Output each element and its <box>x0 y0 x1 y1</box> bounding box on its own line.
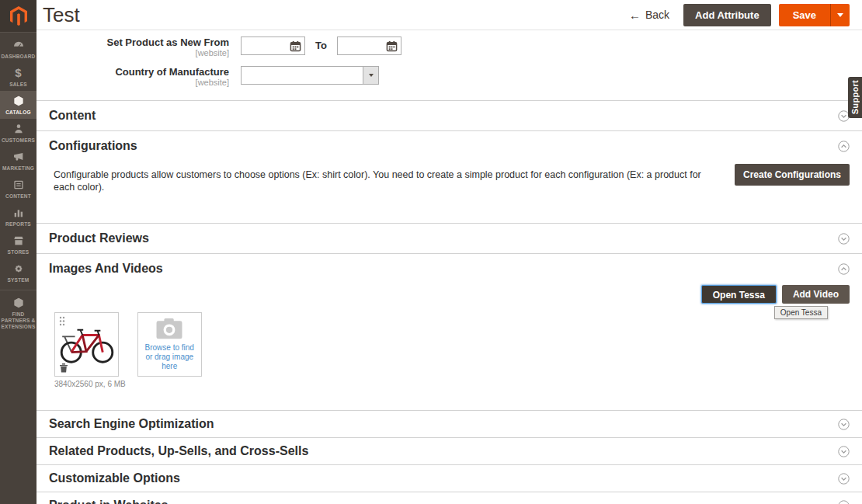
sidebar-item-system[interactable]: SYSTEM <box>0 259 36 287</box>
sidebar-item-label: SALES <box>9 82 27 88</box>
select-arrow-button[interactable] <box>363 67 378 84</box>
chevron-down-circle-icon[interactable] <box>838 500 850 504</box>
sidebar-item-catalog[interactable]: CATALOG <box>0 91 36 119</box>
save-button[interactable]: Save <box>779 4 830 26</box>
sidebar-item-find-partners[interactable]: FIND PARTNERS & EXTENSIONS <box>0 290 36 333</box>
camera-icon <box>153 318 186 340</box>
sidebar-item-label: CUSTOMERS <box>2 137 35 144</box>
section-product-in-websites: Product in Websites <box>36 492 862 504</box>
section-product-reviews-header[interactable]: Product Reviews <box>36 224 862 253</box>
section-websites-header[interactable]: Product in Websites <box>36 492 862 504</box>
customers-icon <box>12 123 25 135</box>
section-title: Content <box>49 109 96 123</box>
save-split-button: Save <box>779 4 850 26</box>
field-label-block: Set Product as New From [website] <box>36 36 241 58</box>
section-customizable-header[interactable]: Customizable Options <box>36 465 862 492</box>
product-image-card[interactable] <box>54 312 119 377</box>
chevron-down-circle-icon[interactable] <box>838 446 850 457</box>
chevron-down-circle-icon[interactable] <box>838 233 850 245</box>
drag-handle-icon[interactable] <box>59 316 65 326</box>
form-row-set-new-from: Set Product as New From [website] To <box>36 36 850 58</box>
section-content-header[interactable]: Content <box>36 101 862 130</box>
image-size-caption: 3840x2560 px, 6 MB <box>54 380 126 388</box>
content-icon <box>12 179 25 191</box>
media-buttons: Open Tessa Add Video <box>54 285 850 304</box>
section-configurations-header[interactable]: Configurations <box>36 131 862 161</box>
images-body: Open Tessa Add Video Open Tessa <box>36 283 862 410</box>
section-images-and-videos: Images And Videos Open Tessa Add Video O… <box>36 253 862 410</box>
sidebar-item-content[interactable]: CONTENT <box>0 175 36 203</box>
to-label: To <box>315 36 327 55</box>
sidebar-item-label: CONTENT <box>5 193 31 200</box>
section-title: Configurations <box>49 139 137 153</box>
back-button[interactable]: ← Back <box>629 9 669 21</box>
sidebar-item-customers[interactable]: CUSTOMERS <box>0 119 36 147</box>
chevron-down-icon <box>837 13 843 17</box>
field-label-block: Country of Manufacture [website] <box>36 66 241 88</box>
image-card-wrapper: 3840x2560 px, 6 MB <box>54 312 126 388</box>
sidebar-item-label: CATALOG <box>5 109 31 116</box>
section-images-header[interactable]: Images And Videos <box>36 254 862 283</box>
support-tab[interactable]: Support <box>848 77 862 118</box>
country-label: Country of Manufacture <box>36 66 229 78</box>
product-form: Set Product as New From [website] To <box>36 30 862 100</box>
set-new-from-date-input[interactable] <box>241 36 305 55</box>
section-product-reviews: Product Reviews <box>36 223 862 253</box>
delete-image-icon[interactable] <box>59 363 68 373</box>
page-title: Test <box>43 5 629 25</box>
sidebar-item-label: STORES <box>8 249 30 255</box>
main-content: Test ← Back Add Attribute Save Set Produ… <box>36 0 862 504</box>
support-tab-label: Support <box>850 80 860 114</box>
configurations-body: Configurable products allow customers to… <box>36 161 862 223</box>
marketing-icon <box>12 151 25 163</box>
sidebar-item-label: SYSTEM <box>8 277 30 283</box>
set-new-from-scope: [website] <box>36 48 229 58</box>
form-row-country: Country of Manufacture [website] <box>36 66 850 88</box>
image-cards-row: 3840x2560 px, 6 MB Browse to find or dra… <box>54 312 850 388</box>
dashboard-icon <box>12 39 25 51</box>
catalog-icon <box>12 95 25 107</box>
section-configurations: Configurations Configurable products all… <box>36 130 862 223</box>
section-title: Product in Websites <box>49 499 169 504</box>
stores-icon <box>12 235 25 247</box>
sidebar-item-dashboard[interactable]: DASHBOARD <box>0 35 36 63</box>
section-seo-header[interactable]: Search Engine Optimization <box>36 411 862 437</box>
reports-icon <box>12 207 25 219</box>
create-configurations-button[interactable]: Create Configurations <box>735 164 850 186</box>
sidebar-item-label: FIND PARTNERS & EXTENSIONS <box>1 311 36 330</box>
sidebar-item-stores[interactable]: STORES <box>0 231 36 259</box>
country-scope: [website] <box>36 78 229 88</box>
sidebar-item-label: DASHBOARD <box>1 54 35 60</box>
chevron-down-circle-icon[interactable] <box>838 419 850 430</box>
product-bike-image <box>60 324 114 366</box>
sidebar-item-label: REPORTS <box>5 221 31 228</box>
section-seo: Search Engine Optimization <box>36 410 862 437</box>
system-icon <box>12 262 25 275</box>
section-title: Customizable Options <box>49 471 180 485</box>
add-attribute-button[interactable]: Add Attribute <box>683 4 771 26</box>
chevron-up-circle-icon[interactable] <box>838 263 850 275</box>
section-title: Product Reviews <box>49 231 149 245</box>
image-upload-dropzone[interactable]: Browse to find or drag image here <box>137 312 202 377</box>
save-dropdown-toggle[interactable] <box>830 4 850 26</box>
magento-logo[interactable] <box>0 0 36 33</box>
set-new-from-label: Set Product as New From <box>36 36 229 48</box>
sidebar-item-reports[interactable]: REPORTS <box>0 203 36 231</box>
back-arrow-icon: ← <box>629 9 641 21</box>
country-select[interactable] <box>241 66 379 85</box>
chevron-up-circle-icon[interactable] <box>838 141 850 152</box>
chevron-down-circle-icon[interactable] <box>838 473 850 485</box>
section-related-header[interactable]: Related Products, Up-Sells, and Cross-Se… <box>36 438 862 464</box>
add-video-button[interactable]: Add Video <box>782 285 850 304</box>
sidebar-item-marketing[interactable]: MARKETING <box>0 147 36 175</box>
back-label: Back <box>645 9 669 21</box>
open-tessa-button[interactable]: Open Tessa <box>701 285 777 304</box>
calendar-icon <box>386 40 398 52</box>
sidebar-item-sales[interactable]: $ SALES <box>0 63 36 91</box>
section-title: Related Products, Up-Sells, and Cross-Se… <box>49 444 308 458</box>
admin-menu: DASHBOARD $ SALES CATALOG CUSTOMERS MARK… <box>0 33 36 333</box>
set-new-to-date-input[interactable] <box>337 36 401 55</box>
section-content: Content <box>36 100 862 130</box>
page-header: Test ← Back Add Attribute Save <box>36 0 862 30</box>
section-customizable-options: Customizable Options <box>36 464 862 492</box>
